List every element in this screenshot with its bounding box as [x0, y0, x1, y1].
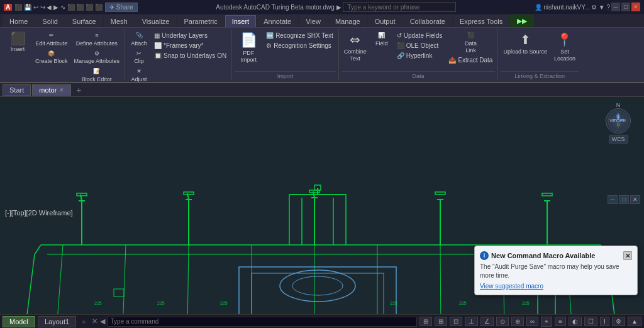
extract-data-button[interactable]: 📤 Extract Data: [446, 55, 495, 65]
view-suggested-macro-link[interactable]: View suggested macro: [480, 283, 632, 290]
search-input[interactable]: [343, 2, 456, 12]
help-icon[interactable]: ⚙ ▼ ?: [591, 4, 610, 11]
field-button[interactable]: 📊 Field: [370, 31, 393, 48]
tab-mesh[interactable]: Mesh: [104, 15, 135, 27]
status-selection-btn[interactable]: ☐: [584, 317, 597, 326]
command-input-area: ✕ ◀: [92, 317, 418, 327]
update-fields-button[interactable]: ↺ Update Fields: [394, 31, 445, 40]
tab-collaborate[interactable]: Collaborate: [403, 15, 452, 27]
hyperlink-button[interactable]: 🔗 Hyperlink: [394, 51, 445, 60]
notification-title: New Command Macro Available: [491, 252, 595, 259]
viewport-maximize-button[interactable]: □: [619, 195, 629, 204]
notification-close-button[interactable]: ✕: [623, 251, 632, 260]
import-col: 🔤 Recognize SHX Text ⚙ Recognition Setti…: [264, 31, 336, 50]
data-link-icon: ⬛: [467, 32, 474, 39]
adjust-button[interactable]: ☀ Adjust: [128, 67, 150, 83]
main-area: Start motor ✕ + [-][Top][2D Wireframe] ─…: [0, 83, 644, 328]
update-fields-icon: ↺: [397, 32, 402, 39]
svg-text:225: 225: [390, 301, 397, 305]
canvas-area: [-][Top][2D Wireframe] ─ □ ✕ N N S W E: [0, 97, 644, 314]
create-block-button[interactable]: 📦 Create Block: [33, 49, 70, 67]
command-input[interactable]: [108, 317, 418, 327]
close-button[interactable]: ✕: [631, 3, 640, 11]
tab-visualize[interactable]: Visualize: [135, 15, 177, 27]
block-editor-button[interactable]: 📝 Block Editor: [72, 67, 123, 83]
status-transparency-btn[interactable]: ◐: [569, 317, 582, 326]
tab-express-tools[interactable]: Express Tools: [453, 15, 509, 27]
tab-motor[interactable]: motor ✕: [32, 84, 71, 96]
share-btn[interactable]: ✈ Share: [105, 3, 137, 12]
status-annotation-btn[interactable]: Ⅰ: [600, 317, 609, 326]
frames-vary-button[interactable]: ⬜ *Frames vary*: [152, 41, 229, 50]
upload-to-source-button[interactable]: ⬆ Upload to Source: [501, 31, 550, 57]
layout1-tab[interactable]: Layout1: [38, 316, 76, 327]
tab-more[interactable]: ▶▶: [510, 14, 534, 27]
shx-icon: 🔤: [266, 32, 274, 39]
combine-text-button[interactable]: ⇔ CombineText: [341, 31, 369, 64]
tab-close-icon[interactable]: ✕: [59, 87, 64, 93]
recognition-settings-button[interactable]: ⚙ Recognition Settings: [264, 41, 336, 50]
tab-view[interactable]: View: [299, 15, 328, 27]
status-ortho-btn[interactable]: ⊥: [465, 317, 478, 326]
viewport-minimize-button[interactable]: ─: [608, 195, 618, 204]
manage-attr-icon: ⚙: [94, 50, 99, 57]
ref-btn-col: 📎 Attach ✂ Clip ☀ Adjust: [128, 31, 150, 83]
status-lineweight-btn[interactable]: ≡: [555, 317, 566, 326]
model-tab[interactable]: Model: [3, 316, 35, 327]
linking-content: ⬆ Upload to Source 📍 SetLocation: [501, 29, 579, 70]
rec-settings-icon: ⚙: [266, 42, 272, 49]
tab-insert[interactable]: Insert: [225, 15, 257, 27]
tab-manage[interactable]: Manage: [328, 15, 367, 27]
status-otrack-btn[interactable]: ∞: [526, 317, 538, 326]
insert-button[interactable]: ⬛ Insert: [4, 31, 31, 54]
manage-attributes-button[interactable]: ⚙ Manage Attributes: [72, 49, 123, 67]
status-osnap-btn[interactable]: ⊙: [496, 317, 509, 326]
define-attr-icon: ≡: [95, 32, 98, 39]
status-bar: Model Layout1 + ✕ ◀ ⊞ ⊞ ⊡ ⊥ ∠ ⊙ ⊕ ∞ ⌖ ≡ …: [0, 314, 644, 328]
combine-icon: ⇔: [350, 32, 360, 47]
viewport-close-button[interactable]: ✕: [630, 195, 640, 204]
status-units-btn[interactable]: ▲: [628, 317, 641, 326]
define-attributes-button[interactable]: ≡ Define Attributes: [72, 31, 123, 48]
status-workspace-btn[interactable]: ⚙: [612, 317, 625, 326]
attach-button[interactable]: 📎 Attach: [128, 31, 150, 48]
tab-start[interactable]: Start: [3, 84, 31, 96]
compass-circle[interactable]: N S W E TOP: [606, 108, 631, 133]
notification-body: The "Audit Purge Save" macro may help yo…: [480, 263, 632, 280]
maximize-button[interactable]: □: [621, 3, 630, 11]
status-polar-btn[interactable]: ∠: [480, 317, 494, 326]
location-icon: 📍: [557, 32, 572, 47]
clip-icon: ✂: [136, 50, 142, 57]
set-location-button[interactable]: 📍 SetLocation: [551, 31, 579, 64]
status-model-btn[interactable]: ⊞: [419, 317, 432, 326]
data-group-label: Data: [341, 71, 496, 81]
tab-surface[interactable]: Surface: [65, 15, 103, 27]
new-tab-button[interactable]: +: [72, 84, 85, 96]
tab-solid[interactable]: Solid: [35, 15, 64, 27]
recognize-shx-button[interactable]: 🔤 Recognize SHX Text: [264, 31, 336, 40]
data-link-button[interactable]: ⬛ DataLink: [446, 31, 495, 55]
ole-object-button[interactable]: ⬛ OLE Object: [394, 41, 445, 50]
status-ducs-btn[interactable]: ⌖: [541, 317, 552, 327]
snap-underlays-button[interactable]: 🔲 Snap to Underlays ON: [152, 51, 229, 60]
tab-output[interactable]: Output: [368, 15, 402, 27]
pdf-import-button[interactable]: 📄 PDFImport: [235, 31, 262, 65]
minimize-button[interactable]: ─: [611, 3, 620, 11]
tab-annotate[interactable]: Annotate: [257, 15, 298, 27]
data-content: ⇔ CombineText 📊 Field ↺ Update Fields ⬛ …: [341, 29, 496, 70]
status-3dosnap-btn[interactable]: ⊕: [511, 317, 524, 326]
status-snap-btn[interactable]: ⊡: [450, 317, 462, 326]
ribbon-group-linking: ⬆ Upload to Source 📍 SetLocation Linking…: [499, 29, 581, 81]
quick-access-icons: ⬛ 💾 ↩ ↪ ◀ ▶ ∿ ⬛ ⬛ ⬛ ⬛: [14, 4, 103, 11]
clip-button[interactable]: ✂ Clip: [128, 49, 150, 67]
status-grid-btn[interactable]: ⊞: [435, 317, 447, 326]
edit-attribute-button[interactable]: ✏ Edit Attribute: [33, 31, 70, 48]
tab-home[interactable]: Home: [3, 15, 35, 27]
data-col: ↺ Update Fields ⬛ OLE Object 🔗 Hyperlink: [394, 31, 445, 60]
pdf-icon: 📄: [240, 32, 257, 48]
underlay-layers-button[interactable]: ▦ Underlay Layers: [152, 31, 229, 40]
add-layout-button[interactable]: +: [79, 317, 89, 327]
ribbon-tabs: Home Solid Surface Mesh Visualize Parame…: [0, 14, 644, 28]
tab-parametric[interactable]: Parametric: [177, 15, 224, 27]
insert-icon: ⬛: [10, 32, 26, 45]
